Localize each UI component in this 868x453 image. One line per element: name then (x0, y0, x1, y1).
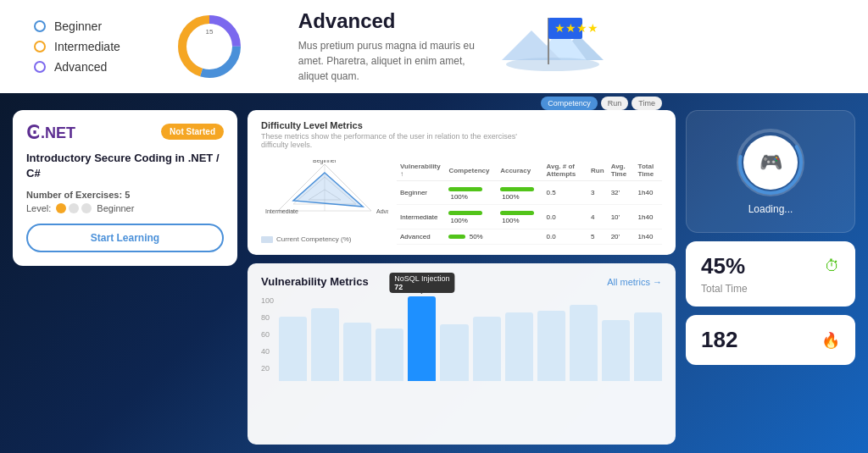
metrics-panel-title: Difficulty Level Metrics (261, 120, 541, 130)
cell-avg-time: 10' (608, 205, 635, 229)
advanced-heading: Advanced (298, 9, 485, 33)
bar-item[interactable] (602, 320, 630, 381)
bar-chart-panel: Vulnerability Metrics All metrics → 1008… (248, 263, 676, 445)
clock-icon: ⏱ (825, 257, 840, 275)
cell-name: Intermediate (397, 205, 445, 229)
loading-card: 🎮 Loading... (686, 110, 855, 233)
tab-run[interactable]: Run (601, 97, 629, 110)
all-metrics-link[interactable]: All metrics → (607, 277, 662, 287)
level-dots (56, 203, 92, 213)
y-axis-label: 80 (261, 313, 274, 322)
flag-illustration: ★★★★ (502, 9, 604, 77)
time-value: 45% (701, 253, 745, 279)
top-banner: Beginner Intermediate Advanced 15 (0, 0, 868, 93)
col-total-time: Total Time (635, 160, 662, 181)
course-card: Ͼ .NET Not Started Introductory Secure C… (13, 110, 237, 266)
bar-item[interactable] (343, 323, 371, 381)
cell-attempts: 0.0 (542, 229, 587, 244)
col-attempts: Avg. # of Attempts (542, 160, 587, 181)
cell-run: 3 (587, 181, 608, 205)
col-avg-time: Avg. Time (608, 160, 635, 181)
cell-accuracy: 100% (497, 181, 542, 205)
metrics-panel-subtitle: These metrics show the performance of th… (261, 132, 541, 149)
bar-item[interactable] (440, 324, 468, 381)
flame-icon: 🔥 (821, 331, 840, 350)
intermediate-item: Intermediate (34, 40, 120, 53)
bar-item[interactable] (634, 312, 662, 381)
barchart-body: 10080604020 NoSQL Injection72 (261, 296, 662, 381)
cell-competency: 50% (445, 229, 497, 244)
advanced-section: Advanced Mus pretium purus magna id maur… (298, 9, 834, 84)
svg-text:15: 15 (205, 28, 213, 36)
intermediate-icon (34, 41, 46, 52)
bar-item[interactable] (505, 312, 533, 381)
bar-item[interactable]: NoSQL Injection72 (408, 296, 436, 381)
cell-avg-time: 20' (608, 229, 635, 244)
level-value: Beginner (97, 203, 134, 213)
col-competency: Competency (445, 160, 497, 181)
barchart-title: Vulnerability Metrics (261, 275, 369, 288)
cell-run: 4 (587, 205, 608, 229)
tab-competency[interactable]: Competency (541, 97, 598, 110)
svg-marker-19 (293, 173, 363, 207)
cell-avg-time: 32' (608, 181, 635, 205)
bar-item[interactable] (473, 317, 501, 381)
col-run: Run (587, 160, 608, 181)
cell-total-time: 1h40 (635, 229, 662, 244)
barchart-header: Vulnerability Metrics All metrics → (261, 275, 662, 288)
exercises-count: Number of Exercises: 5 (26, 190, 224, 200)
dotnet-text: .NET (41, 124, 75, 142)
dotnet-logo: Ͼ .NET (26, 124, 75, 142)
advanced-icon (34, 61, 46, 73)
advanced-description: Mus pretium purus magna id mauris eu ame… (298, 38, 485, 84)
not-started-badge: Not Started (161, 124, 224, 140)
table-row: Beginner 100% 100% 0.5 3 32' 1h40 (397, 181, 662, 205)
score-value: 182 (701, 327, 737, 353)
metrics-tabs: Competency Run Time (541, 97, 662, 110)
intermediate-label: Intermediate (54, 40, 120, 53)
level-label: Level: (26, 203, 51, 213)
metrics-body: Beginner Advanced Intermediate Current C… (261, 156, 662, 245)
main-content: Ͼ .NET Not Started Introductory Secure C… (0, 102, 868, 453)
cell-accuracy: 100% (497, 205, 542, 229)
stats-card-score: 182 🔥 (686, 315, 855, 365)
bar-item[interactable] (311, 308, 339, 381)
cell-name: Beginner (397, 181, 445, 205)
level-dot-1 (56, 203, 66, 213)
tab-time[interactable]: Time (632, 97, 662, 110)
start-learning-button[interactable]: Start Learning (26, 224, 224, 252)
bar-item[interactable] (279, 317, 307, 381)
time-label: Total Time (701, 283, 748, 295)
stats-row: 45% ⏱ (701, 253, 840, 279)
exercises-value: 5 (125, 190, 130, 200)
svg-text:Advanced: Advanced (376, 208, 388, 214)
middle-column: Difficulty Level Metrics These metrics s… (248, 110, 676, 445)
difficulty-list: Beginner Intermediate Advanced (34, 19, 120, 74)
bar-item[interactable] (570, 305, 598, 381)
bar-item[interactable] (537, 311, 565, 381)
cell-run: 5 (587, 229, 608, 244)
svg-text:Intermediate: Intermediate (265, 208, 298, 214)
radar-legend: Current Competency (%) (276, 235, 351, 243)
level-row: Level: Beginner (26, 203, 224, 213)
cell-attempts: 0.5 (542, 181, 587, 205)
left-column: Ͼ .NET Not Started Introductory Secure C… (13, 110, 237, 445)
course-header: Ͼ .NET Not Started (26, 124, 224, 142)
advanced-label: Advanced (54, 60, 107, 74)
beginner-item: Beginner (34, 19, 120, 33)
radar-chart: Beginner Advanced Intermediate Current C… (261, 160, 388, 245)
advanced-item: Advanced (34, 60, 120, 74)
bar-item[interactable] (376, 329, 403, 382)
svg-point-9 (506, 58, 599, 71)
beginner-label: Beginner (54, 19, 102, 33)
loading-text: Loading... (748, 203, 793, 215)
y-axis: 10080604020 (261, 296, 274, 381)
y-axis-label: 60 (261, 330, 274, 339)
metrics-panel: Difficulty Level Metrics These metrics s… (248, 110, 676, 255)
stats-row-2: 182 🔥 (701, 327, 840, 353)
right-column: 🎮 Loading... 45% ⏱ Total Time 182 🔥 (686, 110, 855, 445)
cell-total-time: 1h40 (635, 205, 662, 229)
donut-chart: 15 (171, 8, 248, 85)
course-title: Introductory Secure Coding in .NET / C# (26, 151, 224, 181)
table-row: Intermediate 100% 100% 0.0 4 10' 1h40 (397, 205, 662, 229)
